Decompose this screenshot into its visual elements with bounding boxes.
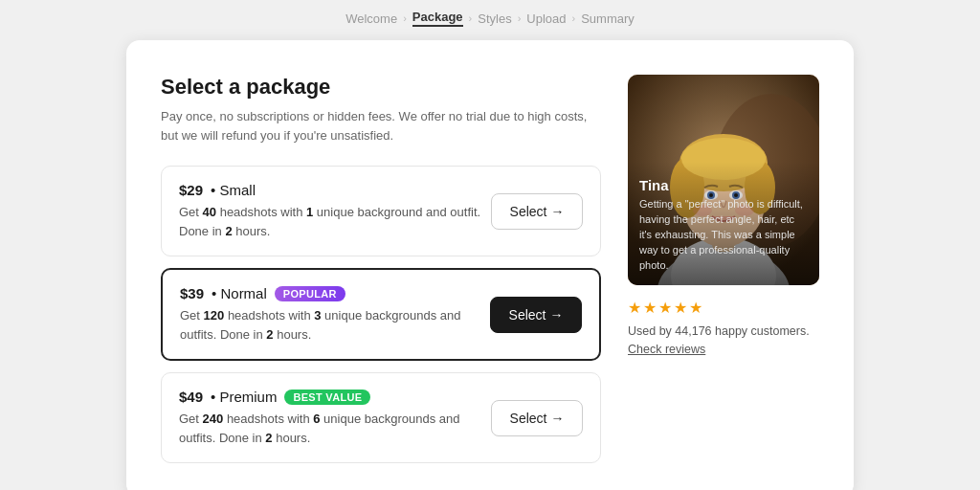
package-premium-title-row: $49 • Premium BEST VALUE (179, 389, 491, 405)
testimonial-quote: Getting a "perfect" photo is difficult, … (639, 197, 808, 274)
breadcrumb-upload: Upload (526, 11, 566, 26)
right-panel: Tina Getting a "perfect" photo is diffic… (628, 75, 819, 463)
package-list: $29 • Small Get 40 headshots with 1 uniq… (161, 166, 601, 463)
check-reviews-link[interactable]: Check reviews (628, 343, 705, 356)
social-proof-text: Used by 44,176 happy customers. (628, 324, 810, 338)
sep3: › (518, 12, 522, 24)
package-normal-title-row: $39 • Normal POPULAR (180, 285, 490, 301)
page-title: Select a package (161, 75, 601, 100)
package-normal-size: • Normal (212, 285, 267, 301)
package-small-title-row: $29 • Small (179, 182, 491, 198)
best-value-badge: BEST VALUE (284, 390, 370, 405)
star-1: ★ (628, 299, 641, 317)
package-small-info: $29 • Small Get 40 headshots with 1 uniq… (179, 182, 491, 240)
select-premium-button[interactable]: Select → (491, 400, 583, 436)
social-proof: Used by 44,176 happy customers. Check re… (628, 323, 819, 359)
breadcrumb: Welcome › Package › Styles › Upload › Su… (345, 10, 635, 27)
package-normal-desc: Get 120 headshots with 3 unique backgrou… (180, 306, 490, 344)
star-5: ★ (689, 299, 702, 317)
main-card: Select a package Pay once, no subscripti… (126, 40, 854, 490)
package-premium-size: • Premium (211, 389, 277, 405)
sep1: › (403, 12, 407, 24)
package-premium-info: $49 • Premium BEST VALUE Get 240 headsho… (179, 389, 491, 447)
testimonial-image-wrapper: Tina Getting a "perfect" photo is diffic… (628, 75, 819, 285)
testimonial-overlay: Tina Getting a "perfect" photo is diffic… (628, 162, 819, 285)
package-small: $29 • Small Get 40 headshots with 1 uniq… (161, 166, 601, 256)
testimonial-name: Tina (639, 177, 808, 193)
popular-badge: POPULAR (275, 286, 345, 301)
package-small-size: • Small (211, 182, 256, 198)
left-panel: Select a package Pay once, no subscripti… (161, 75, 601, 463)
package-premium: $49 • Premium BEST VALUE Get 240 headsho… (161, 372, 601, 463)
package-normal-price: $39 (180, 285, 204, 301)
package-small-price: $29 (179, 182, 203, 198)
package-small-desc: Get 40 headshots with 1 unique backgroun… (179, 203, 491, 240)
breadcrumb-summary: Summary (581, 11, 635, 26)
package-normal-info: $39 • Normal POPULAR Get 120 headshots w… (180, 285, 490, 344)
star-2: ★ (643, 299, 657, 317)
breadcrumb-styles: Styles (478, 11, 511, 26)
page-wrapper: Welcome › Package › Styles › Upload › Su… (0, 0, 980, 490)
breadcrumb-package: Package (412, 10, 463, 27)
breadcrumb-welcome: Welcome (345, 11, 397, 26)
star-4: ★ (674, 299, 687, 317)
sep2: › (469, 12, 473, 24)
package-premium-price: $49 (179, 389, 203, 405)
package-premium-desc: Get 240 headshots with 6 unique backgrou… (179, 410, 491, 447)
page-subtitle: Pay once, no subscriptions or hidden fee… (161, 107, 601, 145)
star-3: ★ (658, 299, 672, 317)
sep4: › (572, 12, 576, 24)
select-normal-button[interactable]: Select → (490, 297, 582, 333)
select-small-button[interactable]: Select → (491, 193, 583, 230)
stars-row: ★ ★ ★ ★ ★ (628, 299, 819, 317)
package-normal: $39 • Normal POPULAR Get 120 headshots w… (161, 268, 601, 361)
